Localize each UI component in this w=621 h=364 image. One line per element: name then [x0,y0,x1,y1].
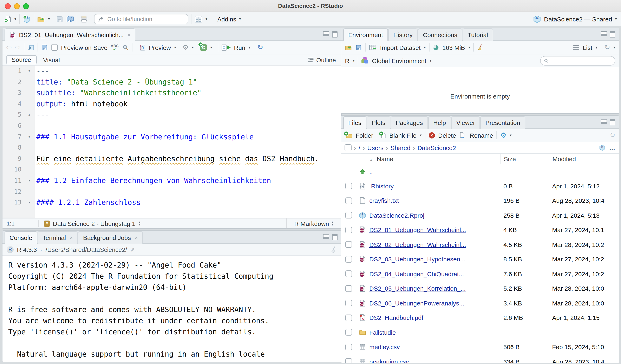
clear-environment-icon[interactable] [477,44,484,51]
code-line[interactable]: 6 [2,120,341,131]
maximize-pane-icon[interactable] [610,31,615,37]
new-blank-file-icon[interactable]: + [380,132,386,138]
preview-on-save-checkbox[interactable] [51,44,58,51]
file-link[interactable]: DS2_03_Uebungen_Hypothesen... [369,256,465,263]
file-row[interactable]: RmdDS2_04_Uebungen_ChiQuadrat...7.6 KBMa… [341,267,619,281]
code-line[interactable]: 10 [2,164,341,175]
clear-console-icon[interactable] [330,246,337,253]
more-file-commands-icon[interactable]: ⚙ [500,132,506,139]
file-link[interactable]: .. [369,168,373,175]
run-icon[interactable] [222,44,231,50]
find-replace-icon[interactable] [122,44,129,51]
new-file-dropdown-icon[interactable]: ▾ [15,17,16,21]
code-editor[interactable]: 1▾---2title: "Data Science 2 - Übungstag… [2,65,341,218]
row-checkbox[interactable] [345,256,352,263]
tab-console[interactable]: Console [4,231,37,244]
file-link[interactable]: DataScience2.Rproj [369,212,424,219]
tab-terminal[interactable]: Terminal× [37,231,78,244]
mode-visual-button[interactable]: Visual [43,56,60,63]
save-all-icon[interactable] [66,15,74,23]
file-link[interactable]: DS2_04_Uebungen_ChiQuadrat... [369,270,464,277]
column-header-name[interactable]: ▲ Name [368,155,500,162]
file-link[interactable]: crayfish.txt [369,197,399,204]
file-row[interactable]: medley.csv506 BFeb 15, 2024, 5:10 [341,340,619,354]
close-tab-icon[interactable]: × [69,235,73,241]
file-type-selector[interactable]: R Markdown ▲▼ [286,219,341,228]
file-link[interactable]: DS2_01_Uebungen_Wahrscheinl... [369,226,466,234]
open-directory-icon[interactable]: ⇗ [130,246,135,253]
row-checkbox[interactable] [345,227,352,233]
file-link[interactable]: .Rhistory [369,183,394,190]
select-all-checkbox[interactable] [345,144,352,151]
project-selector[interactable]: R DataScience2 — Shared ▾ [533,15,617,23]
file-link[interactable]: Fallstudie [369,329,396,336]
new-project-icon[interactable]: R [22,15,31,23]
list-view-dropdown-icon[interactable]: ▾ [596,46,598,49]
delete-file-icon[interactable]: × [429,132,435,138]
file-row[interactable]: Fallstudie [341,325,619,340]
popout-window-icon[interactable] [28,44,34,51]
row-checkbox[interactable] [345,212,352,219]
code-line[interactable]: 3subtitle: "Wahrscheinlichkeitstheorie" [2,87,341,98]
close-tab-icon[interactable]: × [135,235,138,241]
file-link[interactable]: DS2_02_Uebungen_Wahrscheinl... [369,241,466,248]
tab-tutorial[interactable]: Tutorial [463,29,493,41]
row-checkbox[interactable] [345,315,352,321]
file-link[interactable]: DS2_06_UebungenPoweranalys... [369,300,464,307]
language-dropdown-icon[interactable]: ▾ [353,59,355,63]
code-line[interactable]: 1▾--- [2,65,341,77]
preview-button[interactable]: Preview [149,44,171,51]
environment-search-input[interactable] [551,57,611,64]
new-folder-icon[interactable]: + [345,132,352,138]
row-checkbox[interactable] [345,358,352,363]
tab-background-jobs[interactable]: Background Jobs× [78,231,143,244]
file-row[interactable]: peakquinn.csv334 BAug 28, 2023, 10:4 [341,354,619,363]
delete-button[interactable]: Delete [438,132,456,139]
fold-arrow-icon[interactable]: ▾ [24,131,35,142]
file-row[interactable]: RmdDS2_02_Uebungen_Wahrscheinl...4.5 KBM… [341,237,619,252]
row-checkbox[interactable] [345,300,352,306]
gear-icon[interactable]: ⚙ [183,44,189,51]
preview-notebook-icon[interactable]: R [139,44,145,51]
file-row[interactable]: RDataScience2.Rproj258 BApr 1, 2024, 5:1… [341,208,619,222]
preview-dropdown-icon[interactable]: ▾ [174,46,176,49]
import-dataset-dropdown-icon[interactable]: ▾ [424,46,426,49]
fold-arrow-icon[interactable]: ▴ [24,110,35,120]
outline-button[interactable]: Outline [308,56,336,63]
run-dropdown-icon[interactable]: ▾ [249,46,250,49]
tab-files[interactable]: Files [343,116,366,129]
addins-button[interactable]: Addins [217,16,236,22]
file-row[interactable]: .. [341,164,619,179]
run-button[interactable]: Run [234,44,245,51]
new-file-icon[interactable] [4,15,12,23]
file-row[interactable]: crayfish.txt196 BAug 28, 2023, 10:4 [341,193,619,208]
rename-button[interactable]: Rename [470,132,493,139]
import-dataset-icon[interactable] [369,44,377,51]
tab-viewer[interactable]: Viewer [451,116,480,129]
save-workspace-icon[interactable] [356,44,362,50]
breadcrumb-item[interactable]: Shared [391,144,411,151]
column-header-size[interactable]: Size [500,154,549,164]
maximize-pane-icon[interactable] [332,31,338,37]
code-line[interactable]: 4output: html_notebook [2,98,341,110]
tab-environment[interactable]: Environment [343,29,388,41]
row-checkbox[interactable] [345,241,352,248]
maximize-pane-icon[interactable] [332,234,338,240]
breadcrumb-item[interactable]: / [359,144,360,151]
code-line[interactable]: 9Für eine detailierte Aufgabenbeschreibu… [2,153,341,164]
section-updown-icon[interactable]: ▲▼ [138,221,141,226]
fold-arrow-icon[interactable]: ▾ [24,197,35,208]
open-file-icon[interactable] [37,16,45,22]
breadcrumb-item[interactable]: DataScience2 [417,144,456,151]
code-line[interactable]: 5▴--- [2,110,341,120]
environment-scope-selector[interactable]: Global Environment [372,57,426,64]
refresh-dropdown-icon[interactable]: ▾ [613,46,615,49]
refresh-environment-icon[interactable]: ↻ [604,44,610,51]
save-icon[interactable] [56,16,63,22]
console-body[interactable]: R version 4.3.3 (2024-02-29) -- "Angel F… [2,255,341,360]
minimize-pane-icon[interactable] [323,234,329,239]
panes-dropdown-icon[interactable]: ▾ [206,17,207,21]
refresh-files-icon[interactable]: ↻ [610,132,615,139]
memory-usage-label[interactable]: 163 MiB [442,44,465,51]
tab-connections[interactable]: Connections [418,29,462,41]
